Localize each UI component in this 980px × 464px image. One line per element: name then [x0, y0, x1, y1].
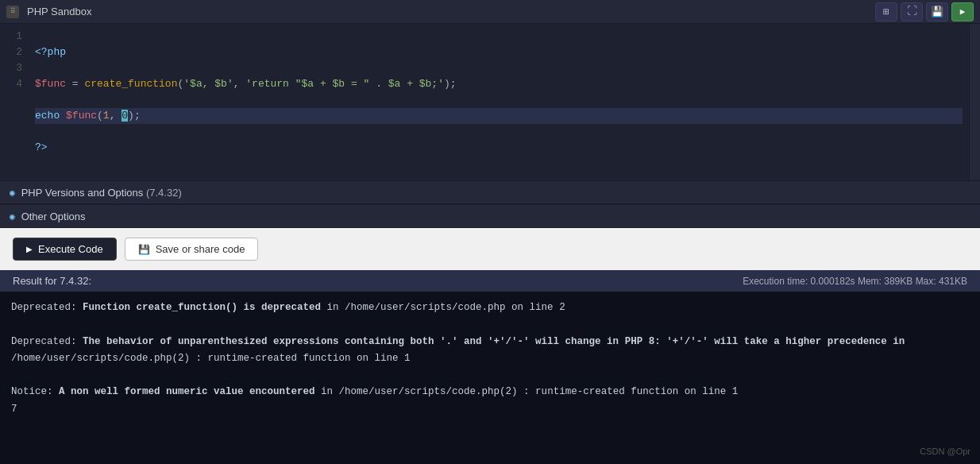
line-number: 2: [10, 44, 22, 60]
exec-info: Execution time: 0.000182s Mem: 389KB Max…: [743, 276, 967, 287]
php-versions-label: PHP Versions and Options (7.4.32): [21, 187, 182, 199]
output-line-2: [11, 316, 969, 333]
php-versions-section[interactable]: ◉ PHP Versions and Options (7.4.32): [0, 180, 980, 204]
expand-icon-glyph: ⛶: [907, 6, 917, 17]
chevron-icon: ◉: [10, 188, 15, 198]
result-bar: Result for 7.4.32: Execution time: 0.000…: [0, 270, 980, 292]
execute-button[interactable]: ▶ Execute Code: [13, 238, 117, 261]
save-share-button[interactable]: 💾 Save or share code: [125, 238, 259, 261]
floppy-icon: 💾: [138, 244, 150, 255]
output-line-3: Deprecated: The behavior of unparenthesi…: [11, 334, 969, 350]
output-line-4: /home/user/scripts/code.php(2) : runtime…: [11, 350, 969, 367]
watermark: CSDN @Opr: [920, 444, 970, 459]
output-number: 7: [11, 401, 969, 418]
line-numbers: 1 2 3 4: [0, 24, 29, 180]
output-line-1: Deprecated: Function create_function() i…: [11, 300, 969, 316]
save-icon[interactable]: 💾: [926, 2, 948, 21]
app-title: PHP Sandbox: [27, 6, 875, 17]
title-bar-actions: ⊞ ⛶ 💾 ▶: [875, 2, 974, 21]
execute-label: Execute Code: [38, 243, 103, 255]
output-line-6: Notice: A non well formed numeric value …: [11, 384, 969, 400]
other-options-label: Other Options: [21, 211, 86, 222]
output-line-5: [11, 367, 969, 384]
output-area: Deprecated: Function create_function() i…: [0, 292, 980, 464]
title-bar: ⠿ PHP Sandbox ⊞ ⛶ 💾 ▶: [0, 0, 980, 24]
save-label: Save or share code: [156, 243, 245, 255]
other-options-section[interactable]: ◉ Other Options: [0, 204, 980, 228]
line-number: 3: [10, 60, 22, 76]
line-number: 4: [10, 76, 22, 92]
run-icon[interactable]: ▶: [951, 2, 974, 21]
grid-icon: ⠿: [6, 6, 19, 18]
expand-icon[interactable]: ⛶: [901, 2, 923, 21]
layout-icon[interactable]: ⊞: [875, 2, 897, 21]
run-icon-glyph: ▶: [960, 6, 966, 17]
editor-scrollbar[interactable]: [969, 24, 980, 180]
chevron-icon-2: ◉: [10, 211, 15, 222]
result-label: Result for 7.4.32:: [13, 275, 91, 287]
layout-icon-glyph: ⊞: [883, 6, 889, 18]
code-content[interactable]: <?php $func = create_function('$a, $b', …: [29, 24, 969, 180]
save-icon-glyph: 💾: [931, 6, 943, 18]
code-editor: 1 2 3 4 <?php $func = create_function('$…: [0, 24, 980, 180]
action-bar: ▶ Execute Code 💾 Save or share code: [0, 228, 980, 270]
line-number: 1: [10, 29, 22, 44]
play-icon: ▶: [26, 245, 33, 253]
title-bar-dots: ⠿: [6, 6, 19, 18]
